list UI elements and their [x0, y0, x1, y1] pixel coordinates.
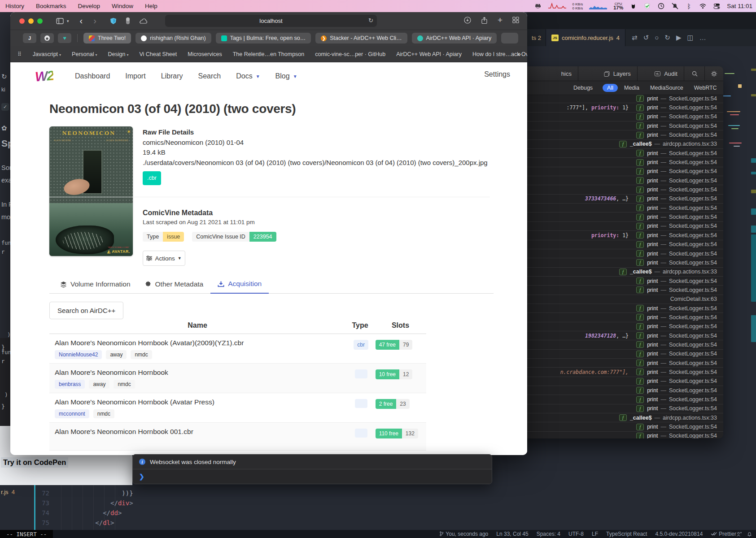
log-source-link[interactable]: SocketLogger.ts:54: [669, 159, 717, 165]
log-source-link[interactable]: SocketLogger.ts:54: [669, 132, 717, 138]
filter-all[interactable]: All: [603, 84, 618, 92]
log-source-link[interactable]: SocketLogger.ts:54: [669, 314, 717, 321]
log-source-link[interactable]: SocketLogger.ts:54: [669, 360, 717, 366]
log-source-link[interactable]: SocketLogger.ts:54: [669, 95, 717, 102]
inspector-settings-icon[interactable]: [705, 66, 723, 81]
log-source-link[interactable]: SocketLogger.ts:54: [669, 305, 717, 312]
log-source-link[interactable]: SocketLogger.ts:54: [669, 278, 717, 284]
extension-pill-icon[interactable]: [126, 17, 130, 25]
icloud-tab-icon[interactable]: [139, 18, 148, 24]
log-source-link[interactable]: SocketLogger.ts:54: [669, 378, 717, 384]
log-source-link[interactable]: SocketLogger.ts:54: [669, 150, 717, 156]
tab-volume-information[interactable]: Volume Information: [53, 276, 138, 294]
status-you-seconds-ago[interactable]: You, seconds ago: [439, 531, 488, 537]
forward-button[interactable]: ›: [93, 16, 96, 26]
actions-button[interactable]: Actions ▼: [143, 251, 185, 266]
shield-check-icon[interactable]: [643, 2, 651, 10]
tab-audit[interactable]: Audit: [638, 66, 684, 81]
more-actions-icon[interactable]: …: [699, 34, 706, 42]
downloads-icon[interactable]: [464, 17, 471, 26]
vscode-tab-partial[interactable]: ts 2: [527, 29, 546, 46]
search-airdc-button[interactable]: Search on AirDC++: [49, 302, 123, 319]
log-source-link[interactable]: SocketLogger.ts:54: [669, 260, 717, 266]
network-graph-icon[interactable]: [548, 3, 566, 9]
control-center-icon[interactable]: [713, 2, 721, 10]
menu-item-bookmarks[interactable]: Bookmarks: [36, 3, 66, 9]
log-source-link[interactable]: SocketLogger.ts:54: [669, 232, 717, 239]
log-source-link[interactable]: SocketLogger.ts:54: [669, 251, 717, 257]
tab-other-metadata[interactable]: Other Metadata: [138, 276, 211, 294]
back-button[interactable]: ‹: [80, 16, 83, 26]
filter-prefix[interactable]: Debugs: [573, 85, 593, 91]
console-prompt[interactable]: ❯: [133, 469, 492, 484]
bookmark-airdc[interactable]: AirDC++ Web API · Apiary: [396, 51, 462, 57]
record-icon[interactable]: ○: [655, 34, 659, 42]
bitwarden-extension-icon[interactable]: [110, 17, 117, 25]
log-source-link[interactable]: SocketLogger.ts:54: [669, 104, 717, 111]
log-source-link[interactable]: SocketLogger.ts:54: [669, 187, 717, 193]
docker-icon[interactable]: [534, 2, 542, 10]
table-row[interactable]: Alan Moore's Neonomicon Hornbook (Avatar…: [49, 393, 426, 423]
menu-item-window[interactable]: Window: [112, 3, 133, 9]
log-source-link[interactable]: SocketLogger.ts:54: [669, 287, 717, 293]
bookmarks-grid-icon[interactable]: ⠿: [17, 51, 22, 57]
close-window-button[interactable]: [19, 18, 25, 24]
bookmark-comicvinescper[interactable]: comic-vine-sc…per · GitHub: [315, 51, 385, 57]
favorite-partial[interactable]: [501, 33, 518, 43]
menu-item-help[interactable]: Help: [145, 3, 157, 9]
log-source-link[interactable]: SocketLogger.ts:54: [669, 333, 717, 339]
share-icon[interactable]: [481, 17, 488, 26]
status-ln-33-col-45[interactable]: Ln 33, Col 45: [496, 531, 528, 537]
favorite-airdc++[interactable]: AirDC++ Web API · Apiary: [412, 33, 497, 43]
nav-settings[interactable]: Settings: [484, 70, 510, 78]
log-source-link[interactable]: SocketLogger.ts:54: [669, 405, 717, 412]
sidebar-toggle-icon[interactable]: [56, 18, 64, 24]
bookmark-vi[interactable]: Vi Cheat Sheet: [139, 51, 177, 57]
bookmark-heart[interactable]: ♥: [58, 33, 71, 43]
reload-icon[interactable]: ↻: [368, 17, 373, 24]
favorite-three[interactable]: Three Two!: [83, 33, 131, 43]
table-row[interactable]: Alan Moore's Neonomicon Hornbookbenbrass…: [49, 364, 426, 393]
status-typescript-react[interactable]: TypeScript React: [606, 531, 647, 537]
log-source-link[interactable]: SocketLogger.ts:54: [669, 223, 717, 229]
menu-item-develop[interactable]: Develop: [78, 3, 101, 9]
log-source-link[interactable]: SocketLogger.ts:54: [669, 178, 717, 184]
log-source-link[interactable]: SocketLogger.ts:54: [669, 323, 717, 330]
favorite-tags[interactable]: Tags | Bulma: Free, open so…: [216, 33, 311, 43]
tab-layers[interactable]: Layers: [578, 66, 638, 81]
git-compare-icon[interactable]: ⇄: [632, 34, 638, 42]
log-source-link[interactable]: SocketLogger.ts:54: [669, 433, 717, 438]
log-source-link[interactable]: airdcpp.actions.tsx:33: [663, 269, 717, 275]
wifi-icon[interactable]: [699, 2, 707, 10]
log-source-link[interactable]: ComicDetail.tsx:63: [670, 296, 717, 302]
cat-menu-icon[interactable]: [629, 2, 637, 10]
bookmark-javascript[interactable]: Javascript▾: [33, 51, 61, 57]
table-row[interactable]: Alan Moore's Neonomicon Hornbook 001.cbr…: [49, 423, 426, 451]
menu-item-history[interactable]: History: [5, 3, 24, 9]
log-source-link[interactable]: SocketLogger.ts:54: [669, 168, 717, 174]
log-source-link[interactable]: SocketLogger.ts:54: [669, 396, 717, 403]
cpu-graph-icon[interactable]: [589, 3, 607, 9]
codepen-link[interactable]: Try it on CodePen: [1, 457, 68, 468]
sidebar-chevron-icon[interactable]: ▾: [67, 19, 69, 23]
address-bar[interactable]: localhost ↻: [165, 15, 377, 27]
nav-docs[interactable]: Docs▼: [236, 72, 260, 80]
nav-blog[interactable]: Blog▼: [275, 72, 297, 80]
bookmark-the[interactable]: The Relentle…en Thompson: [233, 51, 305, 57]
bookmark-github[interactable]: [40, 33, 54, 43]
log-source-link[interactable]: SocketLogger.ts:54: [669, 113, 717, 120]
time-machine-icon[interactable]: [657, 2, 665, 10]
tab-acquisition[interactable]: Acquisition: [210, 276, 269, 294]
log-source-link[interactable]: SocketLogger.ts:54: [669, 424, 717, 430]
redo-icon[interactable]: ↻: [664, 34, 670, 42]
run-icon[interactable]: ▶: [676, 34, 682, 42]
bookmark-personal[interactable]: Personal▾: [72, 51, 97, 57]
inspector-search-icon[interactable]: [684, 66, 705, 81]
minimize-window-button[interactable]: [28, 18, 34, 24]
log-source-link[interactable]: SocketLogger.ts:54: [669, 351, 717, 357]
log-source-link[interactable]: SocketLogger.ts:54: [669, 369, 717, 375]
nav-library[interactable]: Library: [161, 72, 183, 80]
filter-webrtc[interactable]: WebRTC: [690, 84, 721, 92]
favorite-stacker[interactable]: ❯Stacker - AirDC++ Web Cli…: [315, 33, 407, 43]
bookmark-microservices[interactable]: Microservices: [188, 51, 222, 57]
